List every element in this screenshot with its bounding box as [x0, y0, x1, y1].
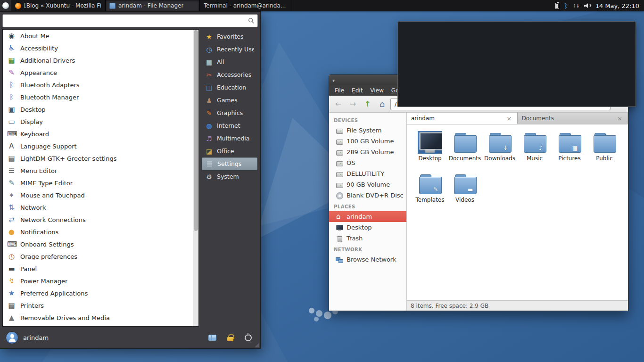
volume-icon[interactable]: [584, 2, 591, 9]
menu-category-item[interactable]: ▦ All: [202, 56, 257, 68]
sidebar-item[interactable]: 289 GB Volume: [329, 147, 406, 157]
taskbar-window-label: [Blog « Xubuntu - Mozilla Fire...: [24, 2, 101, 9]
menu-app-item[interactable]: ⌖ Mouse and Touchpad: [3, 189, 193, 201]
search-input[interactable]: [6, 17, 248, 25]
home-button[interactable]: ⌂: [376, 98, 388, 110]
window-menu-icon[interactable]: ▾: [332, 78, 335, 83]
menu-app-item[interactable]: ᛒ Bluetooth Adapters: [3, 79, 193, 91]
menu-app-item[interactable]: ↯ Power Manager: [3, 275, 193, 287]
menu-item[interactable]: View: [366, 86, 387, 95]
fm-fileview[interactable]: Desktop Documents ↓ Downloads ♪ Music ▦: [407, 124, 628, 300]
file-item[interactable]: ♪ Music: [517, 131, 552, 170]
file-item[interactable]: ▬ Videos: [447, 173, 482, 211]
sidebar-item[interactable]: OS: [329, 157, 406, 168]
menu-app-item[interactable]: ♿ Accessibility: [3, 42, 193, 54]
menu-app-item[interactable]: ✎ MIME Type Editor: [3, 177, 193, 189]
file-item[interactable]: Public: [587, 131, 622, 170]
up-button[interactable]: ↑: [361, 98, 374, 110]
app-item-icon: ♿: [7, 45, 16, 52]
sidebar-item[interactable]: arindam: [329, 211, 406, 222]
menu-app-item[interactable]: ▲ Removable Drives and Media: [3, 312, 193, 324]
menu-app-item[interactable]: ☰ Menu Editor: [3, 165, 193, 177]
app-item-icon: ▤: [7, 155, 16, 162]
menu-category-item[interactable]: ♟ Games: [202, 94, 257, 107]
menu-app-item[interactable]: ▤ LightDM GTK+ Greeter settings: [3, 152, 193, 165]
download-arrow-icon: ↓: [576, 3, 579, 8]
applications-menu-button[interactable]: [0, 0, 11, 11]
sidebar-item[interactable]: Desktop: [329, 222, 406, 233]
menu-item[interactable]: Edit: [348, 86, 366, 95]
file-emblem-icon: ✎: [433, 186, 438, 193]
menu-category-item[interactable]: ✎ Graphics: [202, 107, 257, 119]
sidebar-item[interactable]: Blank DVD+R Disc: [329, 190, 406, 201]
menu-app-item[interactable]: ⌨ Keyboard: [3, 128, 193, 140]
logout-button[interactable]: [241, 331, 255, 344]
sidebar-item[interactable]: Browse Network: [329, 254, 406, 265]
sound-wave-icon: [587, 3, 591, 8]
taskbar-window-button[interactable]: arindam - File Manager: [106, 0, 200, 11]
menu-app-item[interactable]: ✎ Appearance: [3, 66, 193, 79]
taskbar-window-button[interactable]: [Blog « Xubuntu - Mozilla Fire...: [11, 0, 106, 11]
sidebar-item-icon: [336, 235, 343, 242]
sidebar-item[interactable]: File System: [329, 125, 406, 136]
sidebar-item[interactable]: 100 GB Volume: [329, 136, 406, 147]
sidebar-item[interactable]: DELLUTILITY: [329, 168, 406, 179]
desktop: ▾ Terminal - arindam@arindam-xsandbox: ~…: [0, 0, 644, 362]
app-item-label: Notifications: [20, 229, 58, 236]
scrollbar-thumb[interactable]: [194, 30, 198, 231]
menu-category-item[interactable]: ✂ Accessories: [202, 68, 257, 81]
menu-app-item[interactable]: ◉ About Me: [3, 30, 193, 42]
tab-close-icon[interactable]: ×: [506, 115, 513, 122]
menu-category-item[interactable]: ♬ Multimedia: [202, 132, 257, 145]
lock-screen-button[interactable]: [223, 331, 237, 344]
resize-grip[interactable]: [255, 343, 259, 347]
tab-close-icon[interactable]: ×: [616, 115, 623, 122]
sidebar-item[interactable]: 90 GB Volume: [329, 179, 406, 190]
menu-app-item[interactable]: ⇄ Network Connections: [3, 214, 193, 226]
menu-category-item[interactable]: ★ Favorites: [202, 30, 257, 43]
fm-tab[interactable]: arindam ×: [407, 113, 518, 124]
menu-category-item[interactable]: ◪ Office: [202, 145, 257, 157]
file-item[interactable]: Documents: [447, 131, 482, 170]
file-item[interactable]: Desktop: [413, 131, 447, 170]
menu-app-item[interactable]: ᛒ Bluetooth Manager: [3, 91, 193, 103]
file-item[interactable]: ▦ Pictures: [552, 131, 587, 170]
menu-app-item[interactable]: ▭ Display: [3, 115, 193, 128]
menu-app-item[interactable]: ◷ Orage preferences: [3, 250, 193, 263]
menu-app-item[interactable]: ▦ Additional Drivers: [3, 54, 193, 66]
menu-category-item[interactable]: ⚙ System: [202, 170, 257, 183]
menu-app-item[interactable]: ★ Preferred Applications: [3, 287, 193, 299]
file-label: Pictures: [558, 155, 581, 162]
menu-app-item[interactable]: ⌨ Onboard Settings: [3, 238, 193, 250]
taskbar-window-button[interactable]: Terminal - arindam@arinda...: [200, 0, 294, 11]
menu-app-item[interactable]: ▬ Panel: [3, 263, 193, 275]
forward-button[interactable]: →: [347, 98, 359, 110]
menu-app-item[interactable]: ● Notifications: [3, 226, 193, 238]
menu-app-item[interactable]: ▣ Desktop: [3, 103, 193, 115]
scrollbar[interactable]: [193, 30, 198, 326]
clock[interactable]: 14 May, 22:10: [595, 2, 639, 9]
menu-app-item[interactable]: ▤ Printers: [3, 299, 193, 312]
battery-icon[interactable]: [555, 3, 559, 9]
app-item-icon: ᛒ: [7, 94, 16, 101]
all-settings-button[interactable]: [206, 331, 219, 344]
menu-item[interactable]: File: [331, 86, 348, 95]
sidebar-item[interactable]: Trash: [329, 233, 406, 244]
file-emblem-icon: ↓: [503, 145, 508, 151]
file-label: Desktop: [418, 155, 442, 162]
avatar[interactable]: [6, 331, 18, 344]
menu-category-item[interactable]: ◫ Education: [202, 81, 257, 94]
bluetooth-icon[interactable]: ᛒ: [564, 3, 568, 9]
menu-category-item[interactable]: ◍ Internet: [202, 119, 257, 132]
menu-category-item[interactable]: ☰ Settings: [202, 157, 257, 170]
file-icon: [453, 131, 477, 154]
fm-tab[interactable]: Documents ×: [518, 113, 628, 124]
file-item[interactable]: ✎ Templates: [413, 173, 447, 211]
file-item[interactable]: ↓ Downloads: [482, 131, 517, 170]
back-button[interactable]: ←: [332, 98, 345, 110]
network-icon[interactable]: ↑↓: [572, 3, 579, 8]
menu-category-item[interactable]: ◷ Recently Used: [202, 43, 257, 56]
sidebar-item-icon: [336, 192, 343, 199]
menu-app-item[interactable]: ⇅ Network: [3, 201, 193, 214]
menu-app-item[interactable]: A Language Support: [3, 140, 193, 152]
